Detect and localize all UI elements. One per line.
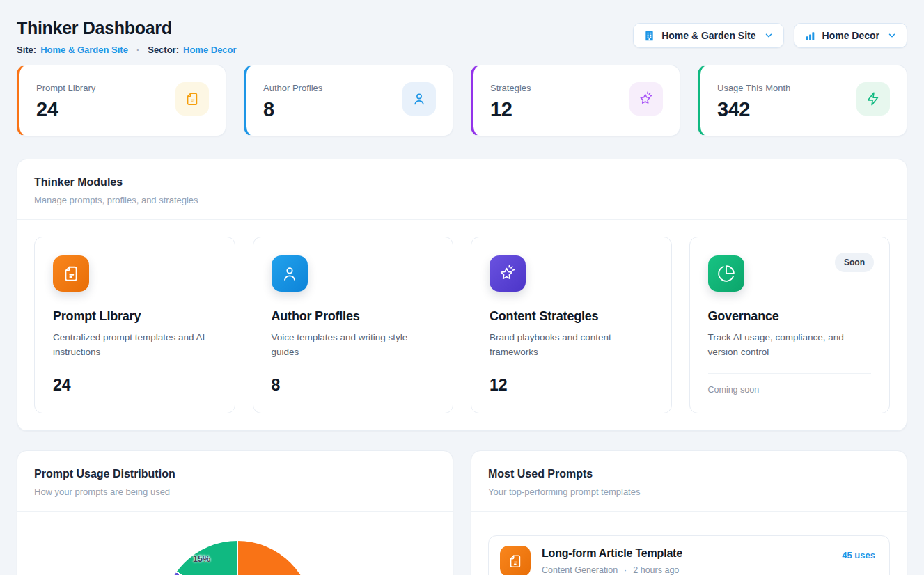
stat-text: Usage This Month 342 [717,81,790,136]
stat-label: Strategies [490,83,531,93]
chevron-down-icon [764,31,774,40]
soon-badge: Soon [835,253,874,272]
user-icon [402,82,436,116]
document-icon [53,255,89,292]
stat-card-strategies: Strategies 12 [471,65,680,136]
module-count: 12 [490,376,653,395]
breadcrumb-separator: · [136,45,139,55]
modules-grid: Prompt Library Centralized prompt templa… [17,220,907,430]
stat-value: 24 [36,98,95,121]
stat-value: 12 [490,98,531,121]
dashboard-page: Thinker Dashboard Site: Home & Garden Si… [0,0,924,575]
site-selector-dropdown[interactable]: Home & Garden Site [633,23,783,48]
breadcrumb: Site: Home & Garden Site · Sector: Home … [17,45,237,55]
stat-value: 8 [263,98,322,121]
stat-card-prompt-library: Prompt Library 24 [17,65,226,136]
modules-title: Thinker Modules [34,176,890,189]
usage-distribution-card: Prompt Usage Distribution How your promp… [17,450,453,575]
sector-selector-dropdown[interactable]: Home Decor [794,23,907,48]
page-title: Thinker Dashboard [17,18,237,38]
stat-value: 342 [717,98,790,121]
usage-distribution-header: Prompt Usage Distribution How your promp… [17,451,453,511]
site-link[interactable]: Home & Garden Site [40,45,128,55]
module-title: Content Strategies [490,309,653,324]
module-description: Voice templates and writing style guides [272,331,435,360]
user-icon [272,255,308,292]
most-used-prompts-card: Most Used Prompts Your top-performing pr… [471,450,907,575]
prompt-list-item[interactable]: Long-form Article Template Content Gener… [488,535,890,575]
module-title: Governance [708,309,872,324]
pie-chart-icon [708,255,744,292]
module-description: Brand playbooks and content frameworks [490,331,653,360]
most-used-prompts-title: Most Used Prompts [488,468,890,480]
stat-text: Prompt Library 24 [36,81,95,136]
stat-text: Strategies 12 [490,81,531,136]
divider [471,511,907,512]
most-used-prompts-header: Most Used Prompts Your top-performing pr… [471,451,907,511]
stat-card-usage: Usage This Month 342 [698,65,907,136]
page-header: Thinker Dashboard Site: Home & Garden Si… [17,18,907,55]
stat-label: Usage This Month [717,83,790,93]
module-description: Centralized prompt templates and AI inst… [53,331,217,360]
prompt-item-uses-badge: 45 uses [842,550,875,560]
modules-subtitle: Manage prompts, profiles, and strategies [34,195,890,205]
usage-distribution-subtitle: How your prompts are being used [34,487,436,497]
stat-card-author-profiles: Author Profiles 8 [244,65,453,136]
module-description: Track AI usage, compliance, and version … [708,331,872,360]
module-count: 8 [272,376,435,395]
coming-soon-label: Coming soon [708,373,872,395]
prompt-item-text: Long-form Article Template Content Gener… [542,546,682,575]
document-icon [500,546,531,575]
donut-chart: 15% [162,541,313,575]
module-card-content-strategies[interactable]: Content Strategies Brand playbooks and c… [471,237,672,413]
sector-link[interactable]: Home Decor [183,45,237,55]
sparkle-star-icon [629,82,663,116]
stats-row: Prompt Library 24 Author Profiles 8 [17,65,907,136]
site-label: Site: [17,45,36,55]
building-icon [643,30,655,42]
stat-label: Author Profiles [263,83,322,93]
most-used-prompts-subtitle: Your top-performing prompt templates [488,487,890,497]
prompt-item-time: 2 hours ago [633,565,679,575]
bottom-row: Prompt Usage Distribution How your promp… [17,450,907,575]
prompt-item-title: Long-form Article Template [542,547,682,560]
prompt-item-meta: Content Generation · 2 hours ago [542,565,682,575]
stat-text: Author Profiles 8 [263,81,322,136]
module-card-governance[interactable]: Soon Governance Track AI usage, complian… [689,237,891,413]
module-title: Author Profiles [272,309,435,324]
meta-separator: · [624,565,627,575]
prompt-item-category: Content Generation [542,565,618,575]
module-card-author-profiles[interactable]: Author Profiles Voice templates and writ… [253,237,454,413]
thinker-modules-panel: Thinker Modules Manage prompts, profiles… [17,159,907,431]
chevron-down-icon [887,31,897,40]
module-title: Prompt Library [53,309,217,324]
sector-selector-label: Home Decor [822,30,879,41]
sparkle-star-icon [490,255,526,292]
module-count: 24 [53,376,217,395]
zap-icon [856,82,890,116]
bar-chart-icon [804,30,816,42]
header-controls: Home & Garden Site Home Decor [633,23,907,48]
donut-segment-label: 15% [193,554,210,564]
modules-panel-header: Thinker Modules Manage prompts, profiles… [17,159,907,219]
document-icon [175,82,209,116]
usage-distribution-title: Prompt Usage Distribution [34,468,436,480]
header-left: Thinker Dashboard Site: Home & Garden Si… [17,18,237,55]
usage-donut-chart-area: 15% [17,512,453,575]
sector-label: Sector: [148,45,179,55]
stat-label: Prompt Library [36,83,95,93]
module-card-prompt-library[interactable]: Prompt Library Centralized prompt templa… [34,237,235,413]
site-selector-label: Home & Garden Site [661,30,755,41]
